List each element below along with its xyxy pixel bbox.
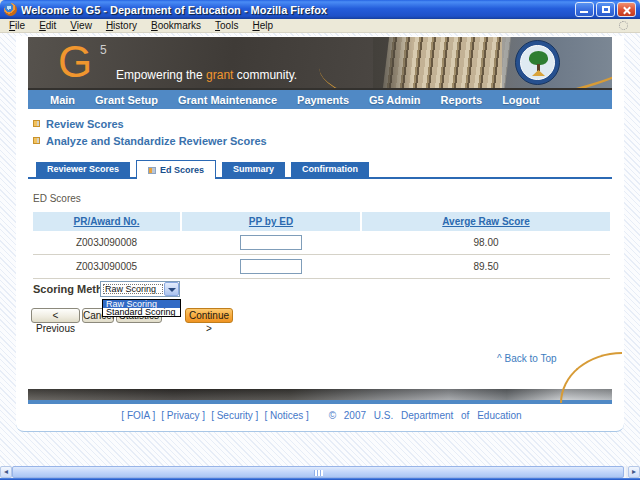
tagline: Empowering the grant community. — [116, 68, 297, 82]
dropdown-option[interactable]: Standard Scoring — [103, 308, 180, 316]
menu-item[interactable]: History — [99, 19, 144, 33]
menu-item[interactable]: Tools — [208, 19, 245, 33]
pr-award-no: Z003J090008 — [33, 237, 180, 248]
nav-item[interactable]: G5 Admin — [369, 94, 421, 106]
scrollbar-grip-icon — [314, 470, 323, 476]
tab-bar: Reviewer Scores Ed Scores Summary — [36, 160, 369, 177]
tab[interactable]: Ed Scores — [136, 160, 216, 179]
scroll-right-arrow-icon[interactable]: ▸ — [628, 466, 640, 478]
breadcrumb-item[interactable]: Review Scores — [33, 117, 267, 130]
breadcrumb-item[interactable]: Analyze and Standardize Reviewer Scores — [33, 134, 267, 147]
footer-blue-bar — [28, 400, 612, 404]
dropdown-button[interactable] — [164, 282, 179, 296]
pp-by-ed-input[interactable] — [240, 235, 302, 250]
menu-item[interactable]: Edit — [32, 19, 63, 33]
horizontal-scrollbar[interactable]: ◂ ▸ — [0, 466, 640, 478]
copyright-text: © 2007 U.S. Department of Education — [329, 410, 522, 421]
main-nav: MainGrant SetupGrant MaintenancePayments… — [28, 88, 612, 109]
scores-table: PR/Award No. PP by ED Averge Raw Score Z… — [33, 212, 610, 279]
scrollbar-thumb[interactable] — [12, 466, 624, 478]
minimize-button[interactable] — [575, 2, 594, 17]
scoring-method-dropdown: Raw ScoringStandard Scoring — [102, 299, 181, 317]
tab-label: Summary — [233, 162, 274, 177]
nav-item[interactable]: Payments — [297, 94, 349, 106]
g5-logo: G — [58, 39, 92, 85]
nav-item[interactable]: Logout — [502, 94, 539, 106]
ed-seal-icon — [515, 40, 560, 85]
chevron-down-icon — [168, 288, 176, 292]
tab-label: Reviewer Scores — [47, 162, 119, 177]
title-bar[interactable]: Welcome to G5 - Department of Education … — [0, 0, 640, 19]
tab[interactable]: Confirmation — [291, 162, 369, 177]
maximize-icon — [602, 6, 610, 13]
firefox-icon — [4, 3, 17, 16]
tab-underline — [28, 177, 612, 179]
header-banner: G 5 Empowering the grant community. — [28, 37, 612, 88]
table-row: Z003J090008 98.00 — [33, 231, 610, 255]
pp-by-ed-input[interactable] — [240, 259, 302, 274]
page-viewport: G 5 Empowering the grant community. Main… — [0, 33, 640, 466]
column-header-pr-award[interactable]: PR/Award No. — [33, 212, 180, 231]
pr-award-no: Z003J090005 — [33, 261, 180, 272]
chairs-image — [560, 352, 622, 403]
gold-swoosh — [313, 37, 612, 88]
minimize-icon — [580, 11, 588, 13]
close-button[interactable] — [617, 2, 636, 17]
footer-links: [ FOIA ][ Privacy ][ Security ][ Notices… — [118, 410, 312, 421]
selected-option: Raw Scoring — [102, 283, 164, 295]
nav-item[interactable]: Grant Setup — [95, 94, 158, 106]
breadcrumb-label: Review Scores — [46, 118, 124, 130]
avg-raw-score: 89.50 — [362, 261, 610, 272]
section-title: ED Scores — [33, 193, 81, 204]
breadcrumb-label: Analyze and Standardize Reviewer Scores — [46, 135, 267, 147]
nav-item[interactable]: Reports — [441, 94, 483, 106]
maximize-button[interactable] — [596, 2, 615, 17]
bullet-icon — [33, 120, 40, 127]
nav-item[interactable]: Grant Maintenance — [178, 94, 277, 106]
continue-button[interactable]: Continue > — [185, 308, 233, 323]
window-title: Welcome to G5 - Department of Education … — [21, 4, 575, 16]
menu-item[interactable]: Help — [245, 19, 280, 33]
menu-item[interactable]: Bookmarks — [144, 19, 208, 33]
tab-label: Confirmation — [302, 162, 358, 177]
footer-link[interactable]: [ Security ] — [211, 410, 258, 421]
g5-logo-sup: 5 — [100, 43, 107, 57]
column-header-avg-raw-score[interactable]: Averge Raw Score — [362, 212, 610, 231]
page-content: G 5 Empowering the grant community. Main… — [16, 36, 624, 432]
menu-item[interactable]: File — [2, 19, 32, 33]
footer-link[interactable]: [ FOIA ] — [121, 410, 155, 421]
menu-item[interactable]: View — [63, 19, 99, 33]
bullet-icon — [33, 137, 40, 144]
table-row: Z003J090005 89.50 — [33, 255, 610, 279]
breadcrumb: Review Scores Analyze and Standardize Re… — [33, 117, 267, 151]
table-header-row: PR/Award No. PP by ED Averge Raw Score — [33, 212, 610, 231]
footer-link[interactable]: [ Notices ] — [264, 410, 308, 421]
tab[interactable]: Summary — [222, 162, 285, 177]
tab-marker-icon — [148, 167, 156, 174]
back-to-top-link[interactable]: ^ Back to Top — [497, 353, 557, 364]
table-body: Z003J090008 98.00 Z003J090005 89.50 — [33, 231, 610, 279]
browser-window: Welcome to G5 - Department of Education … — [0, 0, 640, 480]
scoring-method-select[interactable]: Raw Scoring — [100, 281, 180, 297]
tab-label: Ed Scores — [160, 163, 204, 178]
footer-link[interactable]: [ Privacy ] — [161, 410, 205, 421]
nav-item[interactable]: Main — [50, 94, 75, 106]
throbber-icon — [619, 21, 628, 30]
avg-raw-score: 98.00 — [362, 237, 610, 248]
menu-bar: FileEditViewHistoryBookmarksToolsHelp — [0, 19, 640, 33]
page-footer: [ FOIA ][ Privacy ][ Security ][ Notices… — [16, 410, 624, 421]
footer-banner — [28, 389, 612, 400]
tab[interactable]: Reviewer Scores — [36, 162, 130, 177]
previous-button[interactable]: < Previous — [31, 308, 80, 323]
column-header-pp-by-ed[interactable]: PP by ED — [182, 212, 360, 231]
scroll-left-arrow-icon[interactable]: ◂ — [0, 466, 12, 478]
